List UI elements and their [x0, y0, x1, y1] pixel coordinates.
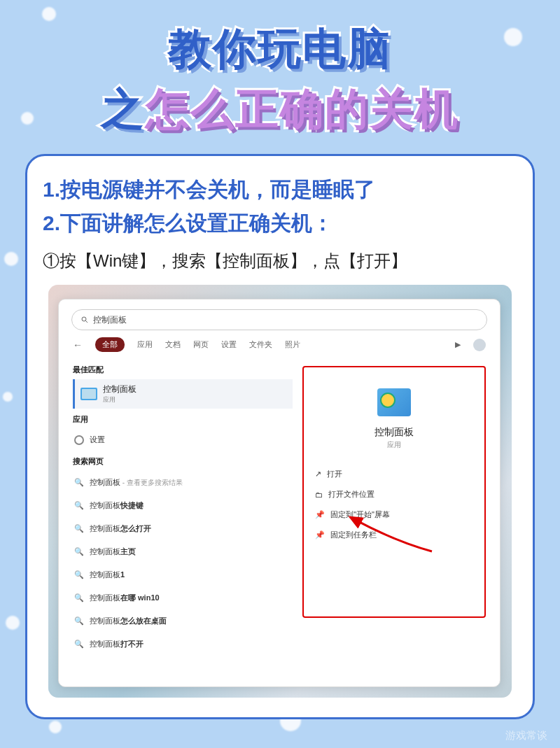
svg-point-0: [82, 317, 86, 321]
search-icon: 🔍: [74, 501, 84, 510]
web-search-label: 控制面板怎么放在桌面: [90, 616, 167, 626]
web-search-item[interactable]: 🔍控制面板打不开: [73, 633, 293, 656]
title-line-2: 之怎么正确的关机: [0, 80, 560, 139]
web-search-label: 控制面板1: [90, 570, 125, 580]
web-search-label: 控制面板怎么打开: [90, 523, 151, 534]
app-item-label: 设置: [90, 435, 105, 445]
pin-icon: 📌: [315, 510, 325, 519]
web-search-item[interactable]: 🔍控制面板快捷键: [73, 494, 293, 517]
tab-folders[interactable]: 文件夹: [249, 339, 272, 350]
app-item-settings[interactable]: 设置: [73, 429, 293, 451]
detail-title: 控制面板: [314, 426, 475, 439]
action-pin-taskbar-label: 固定到任务栏: [330, 530, 377, 540]
web-search-label: 控制面板快捷键: [90, 500, 144, 511]
search-icon: 🔍: [74, 570, 84, 579]
open-icon: ↗: [315, 470, 321, 479]
windows-search-panel: 控制面板 ← 全部 应用 文档 网页 设置 文件夹 照片 ▶ 最佳匹配: [58, 299, 500, 687]
more-icon[interactable]: ▶: [455, 340, 461, 349]
detail-subtitle: 应用: [314, 440, 475, 450]
folder-icon: 🗀: [315, 491, 323, 499]
action-open-location[interactable]: 🗀 打开文件位置: [314, 484, 475, 504]
search-query: 控制面板: [93, 314, 127, 326]
search-icon: [80, 316, 89, 324]
action-open[interactable]: ↗ 打开: [314, 464, 475, 484]
intro-text: 1.按电源键并不会关机，而是睡眠了 2.下面讲解怎么设置正确关机：: [43, 173, 517, 240]
web-search-item[interactable]: 🔍控制面板1: [73, 563, 293, 586]
title-line-1: 教你玩电脑: [0, 20, 560, 78]
search-tabs: ← 全部 应用 文档 网页 设置 文件夹 照片 ▶: [59, 337, 500, 359]
action-pin-start-label: 固定到"开始"屏幕: [330, 509, 390, 520]
tab-web[interactable]: 网页: [193, 339, 209, 350]
step-1-text: ①按【Win键】，搜索【控制面板】，点【打开】: [43, 250, 517, 272]
search-icon: 🔍: [74, 524, 84, 533]
search-icon: 🔍: [74, 593, 84, 602]
section-websearch: 搜索网页: [73, 451, 293, 471]
web-search-item[interactable]: 🔍控制面板怎么打开: [73, 517, 293, 540]
tab-apps[interactable]: 应用: [137, 339, 153, 350]
section-apps: 应用: [73, 409, 293, 429]
section-bestmatch: 最佳匹配: [73, 359, 293, 379]
watermark: 游戏常谈: [505, 729, 547, 742]
search-icon: 🔍: [74, 640, 84, 649]
tab-photos[interactable]: 照片: [285, 339, 300, 350]
web-search-label: 控制面板 - 查看更多搜索结果: [90, 477, 183, 488]
tutorial-title: 教你玩电脑 之怎么正确的关机: [0, 0, 560, 139]
action-pin-taskbar[interactable]: 📌 固定到任务栏: [314, 525, 475, 545]
web-search-item[interactable]: 🔍控制面板在哪 win10: [73, 586, 293, 609]
web-search-item[interactable]: 🔍控制面板怎么放在桌面: [73, 609, 293, 633]
title-prefix: 之: [101, 85, 146, 133]
user-avatar[interactable]: [473, 339, 486, 351]
bestmatch-subtitle: 应用: [103, 395, 136, 404]
content-card: 1.按电源键并不会关机，而是睡眠了 2.下面讲解怎么设置正确关机： ①按【Win…: [25, 154, 535, 719]
title-highlight: 怎么正确的关机: [146, 85, 459, 133]
web-search-label: 控制面板打不开: [90, 639, 144, 649]
back-arrow-icon[interactable]: ←: [73, 339, 83, 351]
tab-settings[interactable]: 设置: [221, 339, 237, 350]
tab-all[interactable]: 全部: [95, 337, 125, 352]
detail-pane: 控制面板 应用 ↗ 打开 🗀 打开文件位置 📌 固定到"开始"屏幕: [302, 366, 486, 618]
action-pin-start[interactable]: 📌 固定到"开始"屏幕: [314, 504, 475, 525]
bestmatch-title: 控制面板: [103, 383, 136, 395]
results-column: 最佳匹配 控制面板 应用 应用 设置 搜索网页 🔍控制面板 -: [59, 359, 297, 686]
tab-docs[interactable]: 文档: [165, 339, 181, 350]
intro-line-2: 2.下面讲解怎么设置正确关机：: [43, 206, 517, 240]
search-icon: 🔍: [74, 616, 84, 626]
web-search-item[interactable]: 🔍控制面板主页: [73, 540, 293, 563]
pin-icon: 📌: [315, 530, 325, 539]
intro-line-1: 1.按电源键并不会关机，而是睡眠了: [43, 173, 517, 206]
search-icon: 🔍: [74, 478, 84, 487]
web-search-item[interactable]: 🔍控制面板 - 查看更多搜索结果: [73, 471, 293, 494]
control-panel-icon: [80, 388, 97, 400]
web-search-label: 控制面板主页: [90, 546, 136, 557]
bestmatch-item[interactable]: 控制面板 应用: [73, 379, 293, 409]
search-input[interactable]: 控制面板: [71, 309, 487, 330]
action-open-location-label: 打开文件位置: [328, 489, 374, 500]
action-open-label: 打开: [327, 469, 342, 479]
web-search-label: 控制面板在哪 win10: [90, 593, 160, 603]
gear-icon: [74, 435, 84, 445]
search-icon: 🔍: [74, 547, 84, 556]
windows-search-screenshot: 控制面板 ← 全部 应用 文档 网页 设置 文件夹 照片 ▶ 最佳匹配: [48, 285, 512, 698]
detail-control-panel-icon: [377, 388, 411, 416]
svg-line-1: [86, 321, 88, 323]
